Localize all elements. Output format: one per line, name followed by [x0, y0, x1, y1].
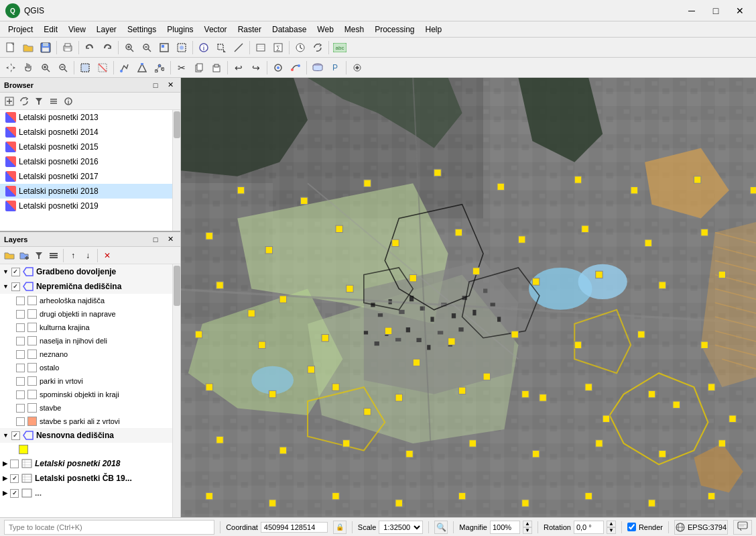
sublayer-check[interactable] [16, 404, 25, 413]
snapping-button[interactable] [270, 60, 286, 76]
add-layer-btn[interactable] [17, 249, 31, 262]
add-feature-button[interactable] [134, 60, 150, 76]
python-button[interactable]: P [327, 60, 343, 76]
browser-item[interactable]: Letalski posnetki 2017 [0, 169, 172, 184]
layer-item-arheo[interactable]: arheološka najdišča [0, 294, 172, 307]
db-button[interactable] [310, 60, 326, 76]
sublayer-check[interactable] [16, 350, 25, 359]
zoom-full-button[interactable] [156, 40, 172, 56]
layer-vis-check[interactable] [11, 282, 20, 291]
cut-button[interactable]: ✂ [174, 60, 190, 76]
browser-item[interactable]: Letalski posnetki 2014 [0, 125, 172, 140]
sublayer-check[interactable] [16, 390, 25, 399]
layer-letalski2018[interactable]: ▶ Letalski posnetki 2018 [0, 456, 172, 471]
layer-group-nesnovna[interactable]: ▼ Nesnovna dediščina [0, 428, 172, 443]
minimize-button[interactable]: ─ [681, 3, 702, 18]
browser-item-selected[interactable]: Letalski posnetki 2018 [0, 184, 172, 199]
browser-minimize[interactable]: □ [149, 79, 162, 91]
redo-button[interactable] [99, 40, 115, 56]
layer-item-naselja[interactable]: naselja in njihovi deli [0, 334, 172, 347]
open-layer-btn[interactable] [3, 249, 16, 262]
maximize-button[interactable]: □ [705, 3, 727, 18]
layer-group-gradbeno[interactable]: ▼ Gradbeno dovoljenje [0, 264, 172, 279]
browser-refresh-btn[interactable] [17, 95, 31, 108]
sublayer-check[interactable] [16, 417, 25, 426]
menu-project[interactable]: Project [3, 23, 38, 36]
pan-map-button[interactable] [3, 60, 19, 76]
magnifier-up[interactable]: ▲ [523, 521, 532, 527]
browser-close[interactable]: ✕ [164, 79, 176, 91]
render-checkbox[interactable] [627, 523, 636, 531]
pan-hand-button[interactable] [20, 60, 36, 76]
zoom-in-map-button[interactable] [38, 60, 54, 76]
layer-group-nepremicna[interactable]: ▼ Nepremična dediščina [0, 279, 172, 294]
zoom-in-button[interactable] [121, 40, 137, 56]
layers-minimize[interactable]: □ [149, 233, 162, 246]
layer-item-drugi[interactable]: drugi objekti in naprave [0, 307, 172, 321]
browser-item[interactable]: Letalski posnetki 2015 [0, 140, 172, 154]
sublayer-check[interactable] [16, 364, 25, 372]
print-button[interactable] [60, 40, 76, 56]
toggle-coords-button[interactable]: 🔒 [333, 521, 346, 534]
map-canvas-area[interactable] [181, 78, 756, 517]
menu-settings[interactable]: Settings [122, 23, 162, 36]
sublayer-check[interactable] [16, 323, 25, 332]
layer-vis-check[interactable] [10, 489, 19, 498]
layer-item-stavbe[interactable]: stavbe [0, 401, 172, 415]
layer-vis-check[interactable] [11, 431, 20, 440]
menu-database[interactable]: Database [267, 23, 312, 36]
sublayer-check[interactable] [16, 377, 25, 386]
deselect-button[interactable] [94, 60, 111, 76]
zoom-selection-button[interactable] [174, 40, 190, 56]
identify-button[interactable]: i [196, 40, 212, 56]
close-button[interactable]: ✕ [729, 3, 751, 18]
trace-button[interactable] [288, 60, 304, 76]
layer-item-kulturna[interactable]: kulturna krajina [0, 321, 172, 334]
save-project-button[interactable] [38, 40, 54, 56]
layers-scrollbar[interactable] [172, 264, 180, 517]
layer-vis-check[interactable] [10, 474, 19, 483]
measure-button[interactable] [231, 40, 247, 56]
rotation-up[interactable]: ▲ [607, 521, 616, 527]
menu-web[interactable]: Web [312, 23, 338, 36]
clock-button[interactable] [292, 40, 308, 56]
layer-item-stavbe-parki[interactable]: stavbe s parki ali z vrtovi [0, 415, 172, 428]
node-tool-button[interactable] [151, 60, 168, 76]
remove-layer-btn[interactable]: ✕ [101, 249, 114, 262]
paste-button[interactable] [208, 60, 225, 76]
messages-button[interactable] [733, 520, 752, 535]
processing-button[interactable] [349, 60, 365, 76]
open-attr-button[interactable] [253, 40, 269, 56]
epsg-button[interactable]: EPSG:3794 [674, 520, 728, 535]
magnifier-input[interactable] [490, 521, 520, 534]
browser-item[interactable]: Letalski posnetki 2013 [0, 110, 172, 125]
refresh-button[interactable] [310, 40, 326, 56]
open-project-button[interactable] [20, 40, 36, 56]
zoom-extent-button[interactable]: 🔍 [434, 521, 448, 534]
layers-close[interactable]: ✕ [164, 233, 176, 246]
select-button[interactable] [213, 40, 229, 56]
browser-info-btn[interactable]: i [62, 95, 75, 108]
new-project-button[interactable] [3, 40, 19, 56]
layer-item-parki[interactable]: parki in vrtovi [0, 374, 172, 388]
layer-manage-btn[interactable] [47, 249, 60, 262]
browser-item[interactable]: Letalski posnetki 2019 [0, 199, 172, 213]
digitize-button[interactable] [117, 60, 133, 76]
zoom-out-button[interactable] [139, 40, 155, 56]
layer-item-neznano[interactable]: neznano [0, 347, 172, 361]
browser-collapse-btn[interactable] [47, 95, 60, 108]
layer-item-spominski[interactable]: spominski objekti in kraji [0, 388, 172, 401]
menu-processing[interactable]: Processing [369, 23, 420, 36]
layer-vis-check[interactable] [10, 460, 19, 468]
redo2-button[interactable]: ↪ [248, 60, 264, 76]
browser-add-btn[interactable] [3, 95, 16, 108]
move-down-btn[interactable]: ↓ [81, 249, 94, 262]
menu-mesh[interactable]: Mesh [339, 23, 369, 36]
locate-input[interactable] [4, 520, 214, 535]
field-calc-button[interactable]: ∑ [270, 40, 286, 56]
menu-edit[interactable]: Edit [38, 23, 63, 36]
magnifier-down[interactable]: ▼ [523, 527, 532, 534]
sublayer-check[interactable] [16, 310, 25, 319]
menu-help[interactable]: Help [420, 23, 448, 36]
copy-button[interactable] [191, 60, 207, 76]
